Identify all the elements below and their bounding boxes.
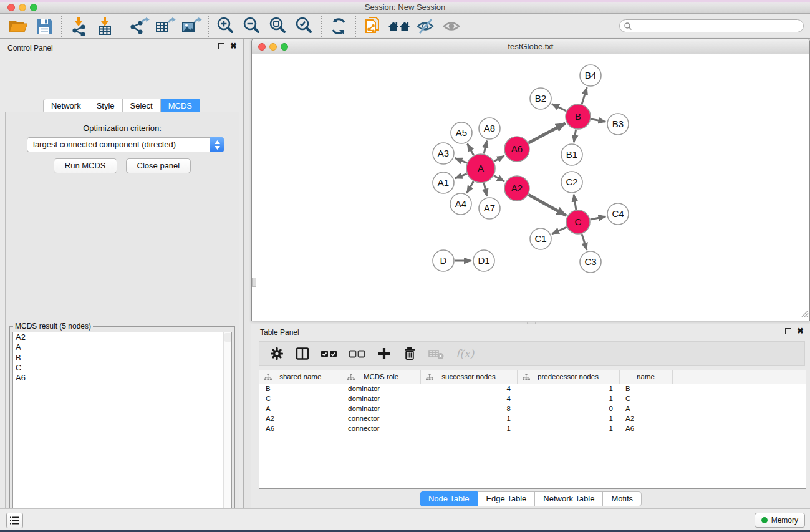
graph-edge-C-C2[interactable] bbox=[574, 195, 576, 210]
graph-node-A1[interactable]: A1 bbox=[433, 172, 454, 193]
table-cell[interactable]: C bbox=[619, 394, 672, 404]
table-row[interactable]: Adominator80A bbox=[259, 404, 806, 414]
import-table-button[interactable] bbox=[92, 15, 118, 37]
table-cell[interactable]: connector bbox=[342, 423, 420, 433]
resize-handle-icon[interactable] bbox=[801, 309, 809, 320]
table-cell[interactable]: 1 bbox=[420, 414, 517, 423]
graph-edge-C-C4[interactable] bbox=[591, 216, 606, 220]
mcds-result-item[interactable]: C bbox=[13, 363, 231, 373]
table-row[interactable]: A2connector11A2 bbox=[259, 414, 806, 423]
table-cell[interactable]: 1 bbox=[420, 423, 517, 433]
graph-edge-A-A1[interactable] bbox=[455, 174, 467, 178]
graph-edge-A-A6[interactable] bbox=[494, 156, 504, 162]
mcds-result-list[interactable]: A2ABCA6 bbox=[12, 332, 232, 532]
graph-node-C[interactable]: C bbox=[566, 210, 590, 234]
search-input[interactable] bbox=[632, 21, 803, 31]
column-header-predecessor-nodes[interactable]: predecessor nodes bbox=[517, 370, 619, 384]
graph-node-C4[interactable]: C4 bbox=[607, 203, 629, 225]
table-cell[interactable]: 1 bbox=[517, 394, 619, 404]
graph-edge-A-A7[interactable] bbox=[484, 183, 487, 196]
zoom-out-button[interactable] bbox=[239, 15, 265, 37]
table-cell[interactable]: connector bbox=[342, 414, 420, 423]
graph-node-A4[interactable]: A4 bbox=[450, 193, 471, 215]
table-cell[interactable]: B bbox=[619, 384, 672, 394]
column-header-successor-nodes[interactable]: successor nodes bbox=[420, 370, 517, 384]
graph-edge-B-B1[interactable] bbox=[574, 130, 576, 143]
graph-node-C2[interactable]: C2 bbox=[561, 172, 582, 193]
close-panel-icon[interactable]: ✖ bbox=[797, 328, 804, 334]
graph-edge-B-B2[interactable] bbox=[552, 104, 566, 111]
graph-edge-A-A3[interactable] bbox=[455, 158, 467, 163]
optimization-criterion-select[interactable]: largest connected component (directed) bbox=[27, 137, 224, 152]
graph-node-A6[interactable]: A6 bbox=[504, 137, 529, 162]
table-cell[interactable]: A2 bbox=[259, 414, 342, 423]
table-cell[interactable]: 1 bbox=[517, 414, 619, 423]
graph-node-B1[interactable]: B1 bbox=[561, 144, 582, 165]
graph-edge-B-B3[interactable] bbox=[591, 119, 606, 122]
select-all-icon[interactable] bbox=[321, 346, 338, 361]
export-table-button[interactable] bbox=[152, 15, 178, 37]
show-columns-icon[interactable] bbox=[295, 346, 310, 361]
tab-motifs[interactable]: Motifs bbox=[603, 491, 642, 506]
column-header-shared-name[interactable]: shared name bbox=[259, 370, 342, 384]
open-session-button[interactable] bbox=[5, 15, 31, 37]
graph-node-B2[interactable]: B2 bbox=[530, 88, 551, 109]
graph-node-D1[interactable]: D1 bbox=[473, 250, 494, 271]
graph-node-D[interactable]: D bbox=[433, 250, 454, 271]
import-network-button[interactable] bbox=[65, 15, 92, 37]
mcds-result-item[interactable]: B bbox=[13, 353, 231, 363]
table-cell[interactable]: 8 bbox=[420, 404, 517, 414]
tab-node-table[interactable]: Node Table bbox=[420, 491, 478, 506]
table-cell[interactable]: B bbox=[259, 384, 342, 394]
run-mcds-button[interactable]: Run MCDS bbox=[54, 158, 117, 173]
float-panel-icon[interactable] bbox=[785, 328, 791, 334]
table-cell[interactable]: 4 bbox=[420, 394, 517, 404]
network-canvas[interactable]: B4B2BB3A8A5A6B1A3AA1C2A2A4A7C4CC1C3DD1 bbox=[252, 54, 809, 321]
table-row[interactable]: A6connector11A6 bbox=[259, 423, 806, 433]
table-cell[interactable]: A2 bbox=[619, 414, 672, 423]
column-header-mcds-role[interactable]: MCDS role bbox=[342, 370, 420, 384]
close-panel-icon[interactable]: ✖ bbox=[230, 43, 237, 49]
table-cell[interactable]: A6 bbox=[259, 423, 342, 433]
network-window-titlebar[interactable]: testGlobe.txt bbox=[252, 39, 809, 54]
table-cell[interactable]: A bbox=[259, 404, 342, 414]
close-panel-button[interactable]: Close panel bbox=[126, 158, 191, 173]
tab-network-table[interactable]: Network Table bbox=[535, 491, 603, 506]
export-image-button[interactable] bbox=[178, 15, 205, 37]
zoom-selected-button[interactable] bbox=[291, 15, 317, 37]
mcds-result-item[interactable]: A bbox=[13, 342, 231, 352]
graph-edge-C-C3[interactable] bbox=[582, 234, 587, 250]
graph-edge-A6-B[interactable] bbox=[529, 123, 566, 143]
graph-node-C3[interactable]: C3 bbox=[580, 251, 601, 273]
zoom-in-button[interactable] bbox=[213, 15, 239, 37]
duplicate-network-button[interactable] bbox=[360, 15, 386, 37]
mcds-result-item[interactable]: A2 bbox=[13, 332, 231, 342]
float-panel-icon[interactable] bbox=[218, 43, 224, 49]
table-row[interactable]: Cdominator41C bbox=[259, 394, 806, 404]
zoom-fit-button[interactable] bbox=[265, 15, 291, 37]
table-cell[interactable]: dominator bbox=[342, 384, 420, 394]
graph-edge-C-C1[interactable] bbox=[552, 227, 567, 234]
graph-edge-A-A4[interactable] bbox=[467, 181, 473, 193]
table-cell[interactable]: C bbox=[259, 394, 342, 404]
graph-node-A[interactable]: A bbox=[466, 154, 495, 183]
save-session-button[interactable] bbox=[31, 15, 57, 37]
memory-button[interactable]: Memory bbox=[755, 513, 805, 528]
table-cell[interactable]: 4 bbox=[420, 384, 517, 394]
home-button[interactable] bbox=[386, 15, 412, 37]
search-box[interactable] bbox=[619, 19, 804, 32]
graph-node-B[interactable]: B bbox=[566, 104, 591, 129]
table-cell[interactable]: 1 bbox=[517, 384, 619, 394]
graph-node-C1[interactable]: C1 bbox=[530, 228, 551, 249]
table-settings-gear-icon[interactable] bbox=[269, 346, 284, 361]
table-cell[interactable]: dominator bbox=[342, 404, 420, 414]
table-cell[interactable]: 0 bbox=[517, 404, 619, 414]
scrollbar[interactable] bbox=[223, 332, 231, 532]
graph-node-A3[interactable]: A3 bbox=[433, 143, 454, 164]
export-network-button[interactable] bbox=[126, 15, 152, 37]
graph-edge-A2-C[interactable] bbox=[528, 195, 566, 215]
table-row[interactable]: Bdominator41B bbox=[259, 384, 806, 394]
graph-node-B4[interactable]: B4 bbox=[580, 65, 601, 86]
show-panels-button[interactable] bbox=[6, 513, 23, 528]
graph-edge-A-A2[interactable] bbox=[494, 176, 504, 181]
